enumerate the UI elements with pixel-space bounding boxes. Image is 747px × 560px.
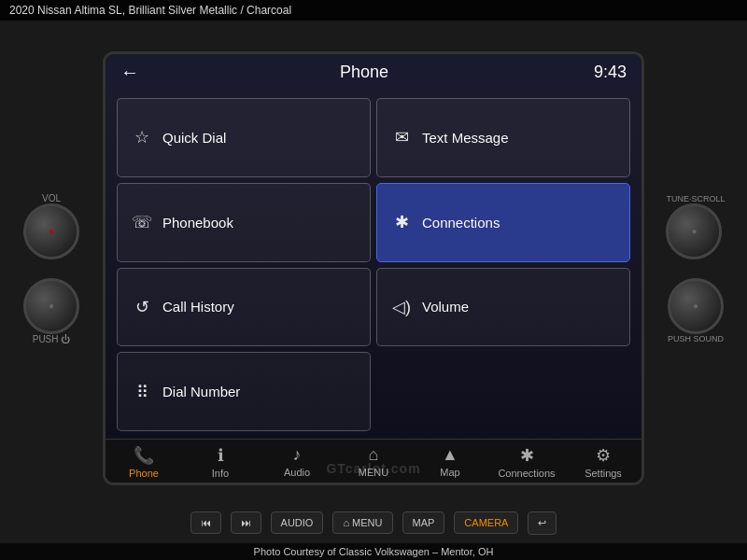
- nav-map[interactable]: ▲ Map: [412, 445, 488, 479]
- call-history-icon: ↺: [131, 297, 153, 317]
- dial-number-label: Dial Number: [162, 384, 240, 399]
- nav-audio[interactable]: ♪ Audio: [259, 445, 335, 479]
- nav-settings[interactable]: ⚙ Settings: [565, 445, 641, 479]
- nav-info[interactable]: ℹ Info: [182, 445, 259, 479]
- vol-label: VOL: [23, 193, 79, 203]
- tune-knob[interactable]: ●: [666, 203, 722, 259]
- phonebook-icon: ☏: [131, 212, 153, 232]
- map-button[interactable]: MAP: [402, 511, 445, 534]
- screen-title: Phone: [148, 63, 580, 82]
- nav-map-icon: ▲: [442, 445, 458, 465]
- nav-connections-label: Connections: [498, 468, 555, 479]
- sound-knob[interactable]: ●: [668, 278, 724, 334]
- nav-audio-icon: ♪: [293, 445, 302, 465]
- infotainment-screen: ← Phone 9:43 ☆ Quick Dial ✉ Text Message…: [103, 51, 644, 485]
- car-title-text: 2020 Nissan Altima SL, Brilliant Silver …: [9, 4, 291, 17]
- nav-phone-label: Phone: [129, 468, 159, 479]
- connections-label: Connections: [422, 215, 500, 231]
- call-history-button[interactable]: ↺ Call History: [117, 268, 371, 347]
- phonebook-button[interactable]: ☏ Phonebook: [117, 183, 371, 262]
- left-controls: VOL ● ● PUSH ⏻: [0, 51, 103, 485]
- next-track-button[interactable]: ⏭: [231, 511, 261, 534]
- nav-connections-icon: ✱: [520, 445, 534, 466]
- audio-button[interactable]: AUDIO: [271, 511, 324, 534]
- nav-phone-icon: 📞: [134, 445, 154, 466]
- nav-map-label: Map: [440, 467, 459, 478]
- volume-button[interactable]: ◁) Volume: [376, 268, 630, 347]
- phonebook-label: Phonebook: [162, 215, 233, 231]
- bluetooth-icon: ✱: [390, 212, 413, 232]
- text-message-label: Text Message: [422, 130, 509, 146]
- vol-knob[interactable]: ●: [23, 203, 79, 259]
- call-history-label: Call History: [162, 299, 234, 315]
- sound-label: PUSH SOUND: [668, 334, 724, 343]
- car-title: 2020 Nissan Altima SL, Brilliant Silver …: [0, 0, 747, 21]
- dial-number-button[interactable]: ⠿ Dial Number: [117, 352, 371, 431]
- nav-phone[interactable]: 📞 Phone: [106, 445, 182, 479]
- nav-menu[interactable]: ⌂ MENU: [335, 445, 412, 479]
- screen-content: ← Phone 9:43 ☆ Quick Dial ✉ Text Message…: [106, 54, 641, 483]
- clock-display: 9:43: [580, 63, 627, 82]
- volume-icon: ◁): [390, 297, 413, 317]
- nav-info-icon: ℹ: [218, 445, 224, 466]
- dial-icon: ⠿: [131, 382, 153, 402]
- tune-label: TUNE·SCROLL: [666, 194, 725, 203]
- phone-menu-grid: ☆ Quick Dial ✉ Text Message ☏ Phonebook …: [106, 91, 641, 439]
- nav-settings-icon: ⚙: [596, 445, 611, 466]
- nav-settings-label: Settings: [585, 468, 622, 479]
- quick-dial-label: Quick Dial: [162, 130, 226, 146]
- nav-connections[interactable]: ✱ Connections: [488, 445, 565, 479]
- volume-label: Volume: [422, 299, 469, 315]
- quick-dial-icon: ☆: [131, 127, 153, 147]
- push-label: PUSH ⏻: [23, 334, 79, 344]
- nav-info-label: Info: [212, 468, 229, 479]
- right-controls: TUNE·SCROLL ● ● PUSH SOUND: [644, 51, 747, 485]
- prev-track-button[interactable]: ⏮: [190, 511, 221, 534]
- push-knob[interactable]: ●: [23, 278, 79, 334]
- text-message-button[interactable]: ✉ Text Message: [376, 98, 630, 177]
- bottom-nav: 📞 Phone ℹ Info ♪ Audio ⌂ MENU ▲ Map ✱: [106, 439, 641, 483]
- back-button[interactable]: ←: [120, 62, 148, 83]
- text-message-icon: ✉: [390, 127, 413, 147]
- screen-header: ← Phone 9:43: [106, 54, 641, 91]
- photo-credit: Photo Courtesy of Classic Volkswagen – M…: [0, 543, 747, 560]
- camera-button[interactable]: CAMERA: [454, 511, 518, 534]
- return-button[interactable]: ↩: [528, 511, 557, 535]
- nav-menu-label: MENU: [359, 467, 388, 478]
- home-menu-button[interactable]: ⌂ MENU: [332, 511, 392, 534]
- nav-menu-icon: ⌂: [369, 445, 379, 465]
- connections-button[interactable]: ✱ Connections: [376, 183, 630, 262]
- nav-audio-label: Audio: [284, 467, 310, 478]
- quick-dial-button[interactable]: ☆ Quick Dial: [117, 98, 371, 177]
